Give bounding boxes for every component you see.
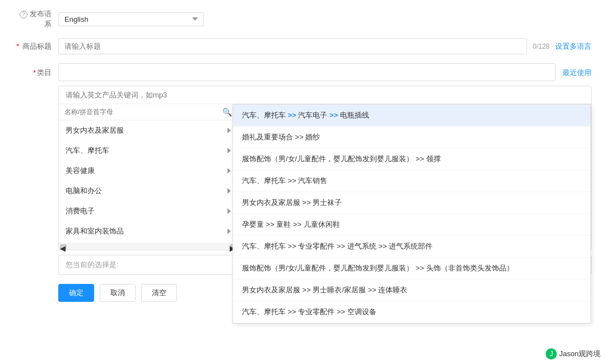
char-count: 0/128 bbox=[533, 43, 550, 50]
title-input[interactable] bbox=[58, 38, 527, 54]
category-list-item[interactable]: 美容健康 bbox=[59, 161, 238, 181]
category-content: 最近使用 🔍 男女内衣及家居服汽车、摩托车美容 bbox=[58, 63, 592, 302]
language-field: English bbox=[58, 12, 592, 26]
watermark-text: Jason观跨境 bbox=[559, 349, 601, 359]
category-list: 男女内衣及家居服汽车、摩托车美容健康电脑和办公消费电子家具和室内装饰品家居用品家… bbox=[59, 120, 238, 243]
language-select[interactable]: English bbox=[58, 12, 204, 26]
category-row: *类目 最近使用 🔍 bbox=[13, 63, 592, 302]
confirm-button[interactable]: 确定 bbox=[58, 284, 94, 302]
category-list-item[interactable]: 男女内衣及家居服 bbox=[59, 120, 238, 141]
right-dropdown: 汽车、摩托车 >> 汽车电子 >> 电瓶插线婚礼及重要场合 >> 婚纱服饰配饰（… bbox=[232, 104, 591, 324]
category-list-item[interactable]: 汽车、摩托车 bbox=[59, 141, 238, 161]
category-list-item[interactable]: 家居用品 bbox=[59, 241, 238, 243]
required-star-cat: * bbox=[33, 68, 36, 77]
dropdown-item[interactable]: 服饰配饰（男/女/儿童配件，婴儿配饰发到婴儿服装） >> 头饰（非首饰类头发饰品… bbox=[233, 258, 590, 279]
dropdown-item[interactable]: 男女内衣及家居服 >> 男士睡衣/家居服 >> 连体睡衣 bbox=[233, 279, 590, 301]
category-label: *类目 bbox=[13, 63, 58, 78]
info-icon[interactable]: ? bbox=[20, 11, 27, 18]
keyword-search-input[interactable] bbox=[59, 86, 591, 104]
chevron-down-icon bbox=[192, 17, 198, 21]
dropdown-item[interactable]: 汽车、摩托车 >> 汽车销售 bbox=[233, 170, 590, 192]
publish-language-row: ?发布语系 English bbox=[13, 9, 592, 29]
category-list-item[interactable]: 电脑和办公 bbox=[59, 181, 238, 201]
name-search-box: 🔍 bbox=[59, 104, 238, 120]
horizontal-scrollbar[interactable]: ◀ ▶ bbox=[59, 243, 238, 250]
dropdown-item[interactable]: 汽车、摩托车 >> 专业零配件 >> 进气系统 >> 进气系统部件 bbox=[233, 236, 590, 258]
watermark: J Jason观跨境 bbox=[546, 348, 601, 360]
required-star: * bbox=[16, 42, 19, 50]
cancel-button[interactable]: 取消 bbox=[100, 284, 136, 302]
dropdown-item[interactable]: 婚礼及重要场合 >> 婚纱 bbox=[233, 127, 590, 148]
title-row: * 商品标题 0/128 设置多语言 bbox=[13, 38, 592, 54]
watermark-icon: J bbox=[546, 348, 557, 360]
publish-language-label: ?发布语系 bbox=[13, 9, 58, 29]
dropdown-item[interactable]: 服饰配饰（男/女/儿童配件，婴儿配饰发到婴儿服装） >> 领撑 bbox=[233, 148, 590, 170]
dropdown-item[interactable]: 男女内衣及家居服 >> 男士袜子 bbox=[233, 192, 590, 214]
dropdown-item[interactable]: 孕婴童 >> 童鞋 >> 儿童休闲鞋 bbox=[233, 214, 590, 236]
search-icon: 🔍 bbox=[222, 108, 232, 116]
category-list-item[interactable]: 家具和室内装饰品 bbox=[59, 221, 238, 241]
chevron-right-icon bbox=[227, 128, 231, 133]
chevron-right-icon bbox=[227, 148, 231, 153]
title-label: * 商品标题 bbox=[13, 41, 58, 52]
chevron-right-icon bbox=[227, 168, 231, 174]
action-buttons: 确定 取消 清空 bbox=[58, 284, 177, 302]
language-value: English bbox=[64, 15, 89, 24]
dropdown-item[interactable]: 汽车、摩托车 >> 汽车电子 >> 电瓶插线 bbox=[233, 105, 590, 127]
page-container: ?发布语系 English * 商品标题 0/128 设置多语言 *类目 bbox=[0, 0, 605, 364]
chevron-right-icon bbox=[227, 208, 231, 214]
recently-used-link[interactable]: 最近使用 bbox=[562, 63, 592, 78]
category-panel: 🔍 男女内衣及家居服汽车、摩托车美容健康电脑和办公消费电子家具和室内装饰品家居用… bbox=[58, 86, 592, 250]
category-list-item[interactable]: 消费电子 bbox=[59, 201, 238, 221]
left-panel: 🔍 男女内衣及家居服汽车、摩托车美容健康电脑和办公消费电子家具和室内装饰品家居用… bbox=[59, 104, 238, 250]
chevron-right-icon bbox=[227, 188, 231, 194]
clear-button[interactable]: 清空 bbox=[141, 284, 177, 302]
multilang-link[interactable]: 设置多语言 bbox=[555, 41, 592, 52]
category-browser: 🔍 男女内衣及家居服汽车、摩托车美容健康电脑和办公消费电子家具和室内装饰品家居用… bbox=[59, 104, 591, 250]
dropdown-item[interactable]: 汽车、摩托车 >> 专业零配件 >> 空调设备 bbox=[233, 301, 590, 323]
chevron-right-icon bbox=[227, 228, 231, 234]
title-field: 0/128 设置多语言 bbox=[58, 38, 592, 54]
name-search-input[interactable] bbox=[64, 108, 219, 116]
scroll-left-btn[interactable]: ◀ bbox=[60, 244, 67, 250]
